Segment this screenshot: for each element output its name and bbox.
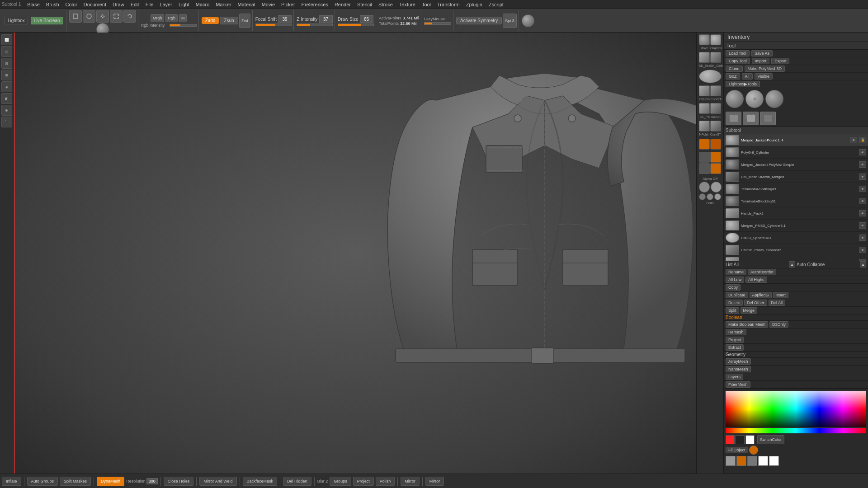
remesh-button[interactable]: Remesh [726,329,746,335]
resolution-value[interactable]: 800 [146,478,158,484]
import-button[interactable]: Import [752,58,770,64]
subtool-item-7[interactable]: Merged_PM3D_Cylinder3,1 👁 [724,220,868,232]
menu-edit[interactable]: Edit [128,1,142,8]
auto-groups-button[interactable]: Auto Groups [27,477,58,486]
subtool-item-10[interactable]: UMesh_Jacket1 👁 [724,256,868,261]
visible-button[interactable]: Visible [755,73,773,80]
grid-btn4[interactable] [710,163,721,174]
dynamic-btn1[interactable] [699,139,710,150]
jacket-preview-2[interactable] [743,112,759,125]
subtool-eye-3[interactable]: 👁 [859,174,866,180]
inflate-brush[interactable] [699,70,722,83]
split-maskes-button[interactable]: Split Maskes [60,477,91,486]
move-button[interactable] [96,10,109,23]
clayball-brush-button[interactable] [710,34,721,45]
copy-tool-button[interactable]: Copy Tool [726,58,750,64]
groups-button[interactable]: Groups [330,477,351,486]
duplicate-button[interactable]: Duplicate [726,292,748,298]
menu-material[interactable]: Material [235,1,258,8]
viewport[interactable] [14,33,696,474]
color-gradient-picker[interactable] [726,391,866,427]
left-tool-3[interactable]: ⊡ [1,58,12,69]
rgb-intensity-slider[interactable] [170,24,197,27]
menu-movie[interactable]: Movie [259,1,278,8]
subtool-item-8[interactable]: PM3D_Sphere3D1 👁 [724,232,868,244]
close-holes-button[interactable]: Close Holes [164,477,194,486]
small-swatch-3[interactable] [747,456,757,466]
insert-button[interactable]: Insert [773,292,789,298]
menu-brush[interactable]: Brush [43,1,62,8]
switch-color-button[interactable]: SwitchColor [757,435,784,444]
grid-btn2[interactable] [710,152,721,163]
focal-shift-slider[interactable] [255,23,292,26]
subtool-item-5[interactable]: TerminatorBlocking31 👁 [724,195,868,207]
all-low-button[interactable]: All Low [726,277,744,283]
jacket-preview-1[interactable] [726,112,741,125]
list-all-up[interactable]: ▲ [789,261,795,267]
rgb-button[interactable]: Rgb [165,14,178,22]
auto-collapse-toggle[interactable]: ▲ [860,261,866,267]
dynamesh-button[interactable]: DynaMesh [97,477,124,486]
npol-button[interactable] [699,121,710,131]
fill-object-button[interactable]: FillObject [726,447,748,453]
del-all-button[interactable]: Del All [769,300,786,306]
subtool-eye-4[interactable]: 👁 [859,186,866,192]
menu-draw[interactable]: Draw [110,1,127,8]
activate-symmetry-button[interactable]: Activate Symmetry [456,17,502,24]
color-hue-bar[interactable] [726,428,866,433]
menu-preferences[interactable]: Preferences [299,1,331,8]
polish-button[interactable]: Polish [376,477,395,486]
menu-texture[interactable]: Texture [396,1,418,8]
material-preview[interactable] [522,14,534,27]
tool-preview-sphere1[interactable] [726,90,744,108]
m-button[interactable]: M [179,14,187,22]
mirror-bottom-button[interactable]: Mirror [401,477,420,486]
all-highs-button[interactable]: All Highs [745,277,767,283]
subtool-eye-5[interactable]: 👁 [859,198,866,204]
grid-btn1[interactable] [699,152,710,163]
scale-button[interactable] [110,10,123,23]
menu-tool[interactable]: Tool [419,1,434,8]
subtool-eye-9[interactable]: 👁 [859,247,866,253]
project-button[interactable]: Project [726,337,744,343]
alpha-small-3[interactable] [714,193,721,200]
menu-zplugin[interactable]: Zplugin [463,1,485,8]
sk-pol-button[interactable] [699,103,710,114]
menu-blase[interactable]: Blase [24,1,42,8]
alpha-circle-1[interactable] [699,182,710,192]
small-swatch-5[interactable] [769,456,779,466]
acccut-button[interactable] [710,103,721,114]
draw-size-slider[interactable] [338,23,374,26]
fiber-mesh-button[interactable]: FiberMesh [726,381,750,388]
alpha-small-1[interactable] [699,193,706,200]
menu-color[interactable]: Color [63,1,80,8]
menu-marker[interactable]: Marker [213,1,234,8]
lightbox-tools-button[interactable]: Lightbox▶Tools [726,81,760,87]
make-polymesh3d-button[interactable]: Make PolyMesh3D [745,66,785,72]
menu-render[interactable]: Render [332,1,354,8]
subtool-eye-7[interactable]: 👁 [859,222,866,229]
alpha-small-2[interactable] [707,193,713,200]
curvst-button[interactable] [710,121,721,131]
subtool-item-3[interactable]: UM_Mesh UMesh_Merged 👁 [724,171,868,183]
menu-picker[interactable]: Picker [278,1,298,8]
mrgb-button[interactable]: Mrgb [151,14,165,22]
menu-macro[interactable]: Macro [193,1,212,8]
subtool-item-6[interactable]: Hands_Pack2 👁 [724,207,868,220]
pinch-brush-button2[interactable] [710,85,721,96]
left-tool-6[interactable]: ◧ [1,93,12,104]
subtool-eye-6[interactable]: 👁 [859,210,866,216]
menu-stencil[interactable]: Stencil [354,1,375,8]
menu-zscript[interactable]: Zscript [486,1,506,8]
load-tool-button[interactable]: Load Tool [726,50,750,56]
mirror2-bottom-button[interactable]: Mirror [425,477,444,486]
all-button[interactable]: All [742,73,753,80]
applied-button[interactable]: AppliedG [750,292,772,298]
subtool-item-9[interactable]: UMesh_Pants_Cleaned2 👁 [724,244,868,256]
left-tool-8[interactable]: ⬛ [1,117,12,127]
left-tool-4[interactable]: ⊞ [1,70,12,80]
left-tool-7[interactable]: ⊕ [1,105,12,116]
rename-button[interactable]: Rename [726,269,746,275]
subtool-eye-1[interactable]: 👁 [859,149,866,155]
subtool-eye-8[interactable]: 👁 [859,235,866,241]
